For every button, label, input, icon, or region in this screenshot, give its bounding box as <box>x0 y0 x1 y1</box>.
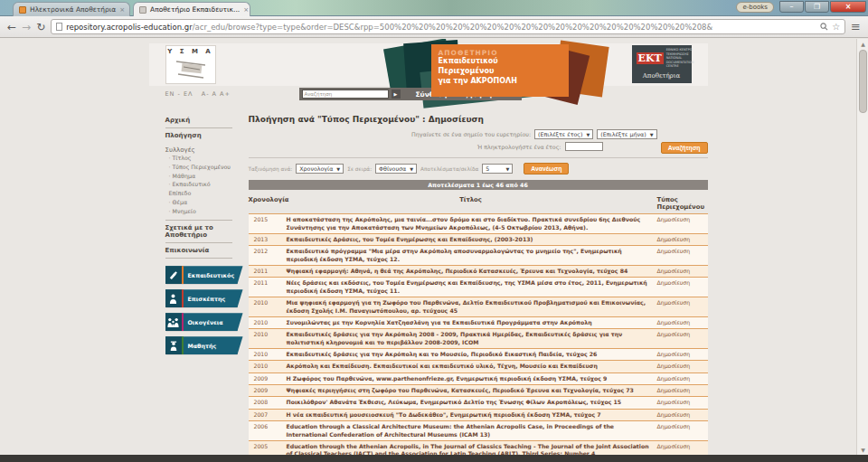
row-type: Δημοσίευση <box>657 386 708 394</box>
row-year: 2008 <box>249 398 285 406</box>
ekt-logo[interactable]: EKT ΕΘΝΙΚΟ ΚΕΝΤΡΟ ΤΕΚΜΗΡΙΩΣΗΣ NATIONAL D… <box>632 45 692 83</box>
row-year: 2005 <box>249 442 285 450</box>
search-input[interactable]: Αναζήτηση <box>302 90 389 99</box>
scroll-down-icon[interactable]: ▼ <box>857 445 868 455</box>
persona-button-family[interactable]: Οικογένεια <box>165 313 243 331</box>
persona-button-visitor[interactable]: Επισκέπτης <box>165 289 243 307</box>
language-and-fontsize-controls[interactable]: EN - ΕΛ Α- Α Α+ <box>165 90 231 98</box>
ysma-logo-letters: Υ Σ Μ Α <box>166 48 215 55</box>
row-year: 2013 <box>249 235 285 243</box>
results-per-page-select[interactable]: 5▼ <box>482 164 513 174</box>
sort-by-select[interactable]: Χρονολογία▼ <box>296 164 344 174</box>
page-scrollbar[interactable]: ▲ ▼ <box>856 39 868 455</box>
scroll-up-icon[interactable]: ▲ <box>857 39 868 49</box>
ysma-logo[interactable]: Υ Σ Μ Α <box>165 45 216 84</box>
ebooks-shortcut[interactable]: e-books <box>736 2 774 13</box>
table-row: 2010 Εκπαιδευτικές δράσεις για την Ακρόπ… <box>249 348 708 360</box>
results-table: Χρονολογία Τίτλος Τύπος Περιεχομένου 201… <box>249 193 708 455</box>
row-title-link[interactable]: Εκπαιδευτικές δράσεις για την Ακρόπολη κ… <box>285 350 657 359</box>
column-header-type[interactable]: Τύπος Περιεχομένου <box>657 196 708 211</box>
update-button[interactable]: Ανανέωση <box>524 163 569 174</box>
row-year: 2010 <box>249 298 285 306</box>
url-host: repository.acropolis-education.gr <box>66 23 192 32</box>
row-title-link[interactable]: Εκπαιδευτικές δράσεις για την Ακρόπολη 2… <box>285 330 657 347</box>
results-count-bar: Αποτελέσματα 1 έως 46 από 46 <box>249 180 708 190</box>
banner-line: Εκπαιδευτικού <box>439 57 561 67</box>
sidebar-collection-item[interactable]: ·Τίτλος <box>165 154 232 163</box>
row-title-link[interactable]: Εκπαιδευτικές Δράσεις, του Τομέα Ενημέρω… <box>285 235 657 244</box>
row-title-link[interactable]: Μια ψηφιακή εφαρμογή για τη Ζωφόρο του Π… <box>285 298 657 316</box>
row-title-link[interactable]: Η αποκατάσταση της Ακρόπολης, μια ταινία… <box>285 215 657 232</box>
menu-icon[interactable]: ≡ <box>851 20 861 33</box>
tab-close-icon[interactable]: × <box>243 6 249 14</box>
row-type: Δημοσίευση <box>657 410 708 419</box>
row-type: Δημοσίευση <box>657 398 708 406</box>
sidebar-collection-item[interactable]: ·Τύπος Περιεχομένου <box>165 163 232 172</box>
column-header-title[interactable]: Τίτλος <box>285 196 657 211</box>
chevron-down-icon: ▼ <box>410 166 413 172</box>
month-select[interactable]: (Επιλέξτε μήνα)▼ <box>597 129 656 139</box>
sidebar-item-home[interactable]: Αρχική <box>165 113 232 127</box>
url-bar[interactable]: repository.acropolis-education.gr/acr_ed… <box>51 19 845 34</box>
row-year: 2012 <box>249 247 285 255</box>
sidebar-collection-item[interactable]: ·Θέμα <box>165 198 232 207</box>
sidebar-item-contact[interactable]: Επικοινωνία <box>165 243 232 258</box>
order-label: Σε σειρά: <box>347 166 372 172</box>
browser-tab-1[interactable]: Ηλεκτρονικά Αποθετήρια × <box>13 2 130 16</box>
row-year: 2010 <box>249 330 285 338</box>
row-title-link[interactable]: Ψηφιακές περιηγήσεις στη ζωφόρο του Παρθ… <box>285 386 657 395</box>
table-row: 2015 Η αποκατάσταση της Ακρόπολης, μια τ… <box>249 213 708 233</box>
site-container: Υ Σ Μ Α ΑΠΟΘΕΤΗΡΙΟ Εκπαιδευτικού Περιεχο… <box>149 43 708 455</box>
sidebar-item-about[interactable]: Σχετικά με το Αποθετήριο <box>165 221 232 242</box>
persona-button-teacher[interactable]: Εκπαιδευτικός <box>165 266 243 284</box>
row-type: Δημοσίευση <box>657 247 708 255</box>
sidebar-collection-item[interactable]: ·Μάθημα <box>165 172 232 181</box>
font-size-controls[interactable]: Α- Α Α+ <box>202 90 231 98</box>
refresh-icon[interactable]: ↻ <box>36 22 45 33</box>
row-title-link[interactable]: Education through the Athenian Acropolis… <box>285 442 657 455</box>
persona-button-student[interactable]: Μαθητής <box>165 336 243 354</box>
column-header-year[interactable]: Χρονολογία <box>249 196 285 211</box>
table-body: 2015 Η αποκατάσταση της Ακρόπολης, μια τ… <box>249 213 708 455</box>
minimize-button[interactable]: – <box>779 1 804 13</box>
browser-toolbar: ← → ↻ repository.acropolis-education.gr/… <box>0 16 868 38</box>
search-go-icon[interactable]: ▶ <box>392 90 401 99</box>
tab-close-icon[interactable]: × <box>119 6 125 14</box>
scrollbar-thumb[interactable] <box>859 50 867 113</box>
maximize-button[interactable]: ❐ <box>805 1 829 13</box>
ysma-sketch-icon <box>173 56 209 81</box>
forward-icon[interactable]: → <box>22 22 31 33</box>
row-title-link[interactable]: Εκπαιδευτικό πρόγραμμα "Μια μέρα στην Ακ… <box>285 247 657 264</box>
sidebar-collection-item[interactable]: ·Εκπαιδευτικό Επίπεδο <box>165 180 232 198</box>
sidebar-collection-list: ·Τίτλος ·Τύπος Περιεχομένου ·Μάθημα ·Εκπ… <box>165 154 232 215</box>
site-header: Υ Σ Μ Α ΑΠΟΘΕΤΗΡΙΟ Εκπαιδευτικού Περιεχο… <box>149 43 708 86</box>
table-row: 2010 Εκπαιδευτικές δράσεις για την Ακρόπ… <box>249 328 708 348</box>
row-title-link[interactable]: Συνομιλώντας με την Κορνηλία Χατζηασλάνη… <box>285 318 657 327</box>
year-select[interactable]: (Επιλέξτε έτος)▼ <box>534 129 593 139</box>
row-title-link[interactable]: Ψηφιακή εφαρμογή: Αθηνά, η θεά της Ακρόπ… <box>285 267 657 276</box>
row-title-link[interactable]: Η Ζωφόρος του Παρθενώνα, www.parthenonfr… <box>285 374 657 383</box>
persona-label: Μαθητής <box>184 336 217 354</box>
row-title-link[interactable]: Νέες δράσεις και εκδόσεις, του Τομέα Ενη… <box>285 278 657 296</box>
row-title-link[interactable]: Η νέα εκπαιδευτική μουσειοσκευή "Το Δωδε… <box>285 410 657 420</box>
chevron-down-icon: ▼ <box>505 166 509 172</box>
table-row: 2013 Εκπαιδευτικές Δράσεις, του Τομέα Εν… <box>249 233 708 245</box>
row-title-link[interactable]: Ακρόπολη και Εκπαίδευση. Εκπαιδευτικοί κ… <box>285 362 657 371</box>
year-input[interactable] <box>565 142 603 151</box>
jump-label: Πηγαίνετε σε ένα σημείο του ευρετηρίου: <box>411 131 531 137</box>
browser-tab-2-active[interactable]: Αποθετήριο Εκπαιδευτικ... × <box>133 2 250 16</box>
tab-title: Ηλεκτρονικά Αποθετήρια <box>30 5 116 14</box>
back-icon[interactable]: ← <box>7 22 16 33</box>
bookmark-star-icon[interactable]: ☆ <box>832 23 840 32</box>
close-button[interactable]: × <box>830 1 866 13</box>
row-year: 2011 <box>249 267 285 275</box>
index-search-button[interactable]: Αναζήτηση <box>661 142 708 154</box>
sidebar-group-collections[interactable]: Συλλογές <box>165 143 232 154</box>
row-title-link[interactable]: Ποικιλόθρον' Αθανάτα Έκθεσις, Λεύκωμα, Ε… <box>285 398 657 407</box>
language-switch[interactable]: EN - ΕΛ <box>165 90 193 98</box>
bullet-icon: · <box>169 181 171 187</box>
sidebar-collection-item[interactable]: ·Μνημείο <box>165 207 232 216</box>
row-title-link[interactable]: Education through a Classical Architectu… <box>285 422 657 439</box>
order-select[interactable]: Φθίνουσα▼ <box>375 164 417 174</box>
search-icon[interactable] <box>820 23 828 31</box>
